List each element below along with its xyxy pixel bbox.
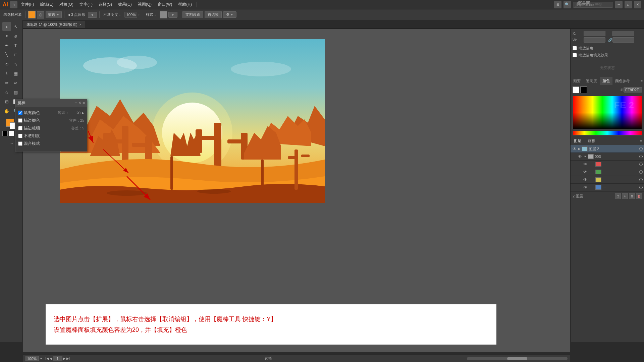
tab-color[interactable]: 颜色 (600, 77, 612, 85)
lasso-tool-btn[interactable]: ⌀ (11, 32, 20, 40)
symbol-tool-btn[interactable]: ☆ (2, 88, 11, 97)
menu-object[interactable]: 对象(O) (57, 1, 76, 8)
stroke-color-box[interactable]: ⊘ (37, 11, 44, 18)
fill-tolerance-arrow[interactable]: ▶ (82, 111, 84, 115)
zoom-input[interactable] (25, 356, 39, 361)
tab-artboards[interactable]: 画板 (585, 137, 599, 145)
type-tool-btn[interactable]: T (11, 41, 20, 50)
item003-visibility-icon[interactable]: 👁 (577, 154, 583, 159)
opacity-checkbox[interactable] (18, 134, 22, 138)
layer-sub-item-3[interactable]: 👁 ··· (571, 176, 644, 184)
tab-opacity[interactable]: 透明度 (583, 77, 600, 85)
create-new-sublayer-btn[interactable]: + (622, 193, 628, 199)
menu-text[interactable]: 文字(T) (77, 1, 95, 8)
create-new-layer-btn[interactable]: ⊕ (629, 193, 635, 199)
blend-mode-checkbox[interactable] (18, 141, 22, 146)
layer-sub-item-1[interactable]: 👁 ··· (571, 161, 644, 168)
eyedropper-tool-btn[interactable]: ✏ (2, 78, 11, 87)
make-clipping-mask-btn[interactable]: □ (615, 193, 621, 199)
page-input[interactable] (53, 356, 62, 361)
layer-sub-item-2[interactable]: 👁 ··· (571, 168, 644, 176)
w-input[interactable] (584, 37, 605, 43)
prev-page-btn[interactable]: ◀ (50, 357, 52, 360)
direct-select-tool-btn[interactable]: ↖ (11, 22, 20, 31)
x-input[interactable] (584, 31, 605, 36)
hue-slider[interactable] (573, 131, 642, 135)
opacity-value[interactable]: 100% (124, 12, 137, 18)
tab-gradient[interactable]: 渐变 (571, 77, 583, 85)
menu-effect[interactable]: 效果(C) (115, 1, 135, 8)
stroke-color-checkbox[interactable] (18, 118, 22, 123)
blend-tool-btn[interactable]: ∞ (11, 78, 20, 87)
scale-fill-checkbox[interactable] (573, 53, 577, 57)
rotate-tool-btn[interactable]: ↻ (2, 60, 11, 68)
sub2-visibility-icon[interactable]: 👁 (583, 169, 588, 175)
document-tab-close[interactable]: × (79, 23, 82, 26)
select-tool-btn[interactable]: ▸ (2, 22, 11, 31)
h-input[interactable] (612, 37, 634, 43)
sub1-visibility-icon[interactable]: 👁 (583, 162, 588, 167)
brush-selector[interactable]: 描边 ▼ (46, 11, 62, 18)
layer2-visibility-icon[interactable]: 👁 (572, 146, 577, 152)
tab-layers[interactable]: 图层 (571, 137, 585, 145)
scale-tool-btn[interactable]: ⤡ (11, 60, 20, 68)
style-dropdown[interactable]: ▼ (168, 12, 177, 18)
scale-stroke-checkbox[interactable] (573, 46, 577, 50)
graph-tool-btn[interactable]: ▦ (11, 69, 20, 78)
minimize-btn[interactable]: ─ (615, 1, 623, 8)
layer-item-003[interactable]: 👁 ▼ 003 (571, 153, 644, 161)
points-dropdown[interactable]: ▼ (88, 12, 97, 18)
menu-select[interactable]: 选择(S) (96, 1, 115, 8)
document-tab[interactable]: 未标题-1* @ 100% (RGB/预览) × (23, 21, 85, 28)
layer-sub-item-4[interactable]: 👁 ··· (571, 184, 644, 191)
artwork-container[interactable] (60, 39, 325, 203)
zoom-dropdown-icon[interactable]: ▼ (40, 357, 43, 360)
delete-layer-btn[interactable]: 🗑 (636, 193, 642, 199)
hand-tool-btn[interactable]: ✋ (2, 107, 11, 115)
fill-color-box[interactable] (28, 11, 36, 18)
fill-color-checkbox[interactable] (18, 111, 22, 115)
menu-edit[interactable]: 编辑(E) (37, 1, 56, 8)
stroke-width-checkbox[interactable] (18, 126, 22, 130)
panel-menu-btn[interactable]: ≡ (83, 101, 85, 106)
close-btn[interactable]: ✕ (634, 1, 641, 8)
black-color-swatch[interactable] (580, 86, 587, 93)
tab-color-ref[interactable]: 颜色参考 (612, 77, 633, 85)
menu-help[interactable]: 帮助(H) (175, 1, 195, 8)
color-panel-menu[interactable]: ≡ (639, 77, 644, 85)
prefs-arrow-btn[interactable]: ⚙ ▼ (223, 11, 236, 18)
maximize-btn[interactable]: □ (625, 1, 632, 8)
layer-menu-btn[interactable]: ≡ (638, 137, 644, 145)
panel-collapse-btn[interactable]: ─ (75, 101, 77, 106)
sub4-visibility-icon[interactable]: 👁 (583, 185, 588, 190)
y-input[interactable] (612, 31, 634, 36)
search-icon-btn[interactable]: 🔍 (564, 1, 571, 8)
item003-expand-icon[interactable]: ▼ (584, 155, 587, 158)
last-page-btn[interactable]: ▶| (66, 357, 70, 360)
layer-item-layer2[interactable]: 👁 ▶ 图层 2 (571, 145, 644, 153)
white-color-swatch[interactable] (573, 86, 579, 93)
line-tool-btn[interactable]: ╲ (2, 50, 11, 59)
doc-settings-btn[interactable]: 文档设置 (182, 11, 203, 18)
preferences-btn[interactable]: 首选项 (205, 11, 222, 18)
slice-tool-btn[interactable]: ⊞ (2, 97, 11, 106)
menu-file[interactable]: 文件(F) (18, 1, 37, 8)
home-button[interactable]: ⌂ (10, 1, 17, 8)
warp-tool-btn[interactable]: ⌇ (2, 69, 11, 78)
color-hex-input[interactable] (624, 87, 642, 93)
rect-tool-btn[interactable]: □ (11, 50, 20, 59)
white-swatch[interactable] (9, 131, 14, 136)
scrollbar-thumb[interactable] (507, 357, 527, 360)
next-page-btn[interactable]: ▶ (63, 357, 66, 360)
magic-wand-tool-btn[interactable]: ✦ (2, 32, 11, 40)
black-swatch[interactable] (2, 131, 8, 136)
horizontal-scrollbar[interactable] (467, 357, 568, 360)
sub3-visibility-icon[interactable]: 👁 (583, 177, 588, 182)
bar-chart-tool-btn[interactable]: ▤ (11, 88, 20, 97)
menu-window[interactable]: 窗口(W) (155, 1, 175, 8)
pen-tool-btn[interactable]: ✒ (2, 41, 11, 50)
menu-view[interactable]: 视图(Q) (135, 1, 154, 8)
panel-close-btn[interactable]: ✕ (78, 101, 81, 106)
workspace-btn[interactable]: ⊞ (554, 1, 561, 8)
layer2-expand-icon[interactable]: ▶ (578, 147, 581, 150)
